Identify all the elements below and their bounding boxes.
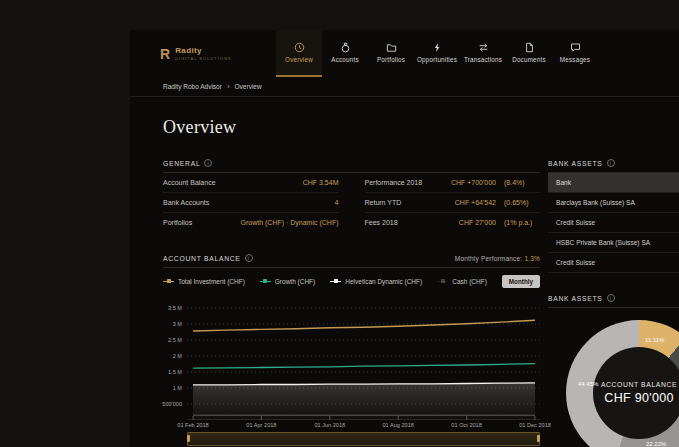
x-axis: 01 Feb 201801 Apr 201801 Jun 201801 Aug … [187, 420, 540, 430]
y-axis-label: 500'000 [162, 401, 182, 407]
y-axis-label: 2 M [173, 353, 182, 359]
legend-item-total-investment[interactable]: Total Investment (CHF) [163, 278, 245, 285]
line-chart-svg [187, 295, 540, 420]
monthly-performance-value: 1.3% [524, 255, 540, 262]
table-row: Portfolios Growth (CHF) · Dynamic (CHF) [163, 213, 339, 232]
legend-item-cash[interactable]: Cash (CHF) [437, 278, 487, 285]
general-left-column: Account Balance CHF 3.54M Bank Accounts … [163, 173, 339, 232]
x-axis-label: 01 Apr 2018 [246, 422, 276, 428]
breadcrumb-parent[interactable]: Radity Robo Advisor [163, 83, 222, 90]
legend-label: Total Investment (CHF) [178, 278, 245, 285]
chart-legend: Total Investment (CHF) Growth (CHF) Helv… [163, 268, 540, 294]
chart-series-line [193, 364, 535, 369]
general-table: Account Balance CHF 3.54M Bank Accounts … [163, 173, 540, 232]
table-row: Return YTD CHF +64'542 (0.65%) [365, 193, 541, 213]
row-percent: (0.65%) [504, 199, 540, 206]
legend-marker [163, 278, 174, 284]
row-label: Portfolios [163, 219, 241, 226]
folder-icon [386, 42, 397, 53]
legend-marker [437, 278, 448, 284]
screen: R Radity DIGITAL SOLUTIONS Overview Acco… [0, 0, 679, 447]
bank-row[interactable]: HSBC Private Bank (Suisse) SA [548, 233, 679, 253]
moneybag-icon [340, 42, 351, 53]
logo-tagline: DIGITAL SOLUTIONS [175, 56, 231, 61]
legend-item-growth[interactable]: Growth (CHF) [260, 278, 315, 285]
bank-column-header: Bank [548, 173, 679, 193]
y-axis-label: 3.5 M [168, 305, 182, 311]
legend-label: Helvetican Dynamic (CHF) [345, 278, 422, 285]
info-icon[interactable] [607, 159, 615, 167]
table-row: Bank Accounts 4 [163, 193, 339, 213]
bank-assets-list-section: BANK ASSETS Bank Barclays Bank (Suisse) … [548, 159, 679, 273]
bank-row[interactable]: Barclays Bank (Suisse) SA [548, 193, 679, 213]
period-selector-button[interactable]: Monthly [502, 275, 540, 288]
x-axis-label: 01 Dec 2018 [519, 422, 551, 428]
chat-bubble-icon [570, 42, 581, 53]
bank-assets-title: BANK ASSETS [548, 160, 603, 167]
tab-label: Transactions [464, 56, 502, 63]
bank-row[interactable]: Credit Suisse [548, 253, 679, 273]
y-axis: 3.5 M3 M2.5 M2 M1.5 M1 M500'000 [163, 295, 187, 420]
bank-assets-chart-header: BANK ASSETS [548, 294, 679, 308]
table-row: Fees 2018 CHF 27'000 (1% p.a.) [365, 213, 541, 232]
tab-accounts[interactable]: Accounts [322, 30, 368, 77]
row-value: CHF 3.54M [303, 179, 339, 186]
row-value: CHF 27'000 [459, 219, 496, 226]
tab-opportunities[interactable]: Opportunities [414, 30, 460, 77]
tab-label: Messages [560, 56, 590, 63]
slice-label: 22.22% [646, 441, 666, 447]
x-axis-label: 01 Oct 2018 [451, 422, 481, 428]
chart-plot-area[interactable] [187, 295, 540, 420]
info-icon[interactable] [607, 294, 615, 302]
bank-assets-header: BANK ASSETS [548, 159, 679, 173]
general-section: GENERAL Account Balance CHF 3.54M Bank A… [163, 159, 540, 232]
account-balance-header: ACCOUNT BALANCE Monthly Performance: 1.3… [163, 254, 540, 268]
donut-center-value: CHF 90'000 [604, 391, 673, 405]
bank-row[interactable]: Credit Suisse [548, 213, 679, 233]
tab-portfolios[interactable]: Portfolios [368, 30, 414, 77]
row-percent: (8.4%) [504, 179, 540, 186]
general-section-title: GENERAL [163, 160, 200, 167]
row-value: CHF +64'542 [455, 199, 496, 206]
app-window: R Radity DIGITAL SOLUTIONS Overview Acco… [130, 30, 679, 447]
bank-assets-chart-title: BANK ASSETS [548, 295, 603, 302]
legend-marker [260, 278, 271, 284]
time-range-brush[interactable] [187, 432, 540, 446]
radity-logo: R Radity DIGITAL SOLUTIONS [160, 30, 276, 77]
content: GENERAL Account Balance CHF 3.54M Bank A… [163, 159, 679, 447]
y-axis-label: 2.5 M [168, 337, 182, 343]
tab-messages[interactable]: Messages [552, 30, 598, 77]
row-percent: (1% p.a.) [504, 219, 540, 226]
tab-transactions[interactable]: Transactions [460, 30, 506, 77]
line-chart: 3.5 M3 M2.5 M2 M1.5 M1 M500'000 [163, 295, 540, 420]
monthly-performance-label: Monthly Performance: [455, 255, 523, 262]
table-row: Performance 2018 CHF +700'000 (8.4%) [365, 173, 541, 193]
nav-tabs: Overview Accounts Portfolios Opportuniti… [276, 30, 598, 77]
lightning-icon [432, 42, 443, 53]
info-icon[interactable] [204, 159, 212, 167]
info-icon[interactable] [245, 254, 253, 262]
donut-center-label: ACCOUNT BALANCE [601, 381, 677, 388]
x-axis-label: 01 Feb 2018 [177, 422, 208, 428]
legend-item-helvetican-dynamic[interactable]: Helvetican Dynamic (CHF) [330, 278, 422, 285]
row-label: Account Balance [163, 179, 303, 186]
legend-marker [330, 278, 341, 284]
y-axis-label: 1 M [173, 385, 182, 391]
chevron-right-icon: › [227, 83, 230, 91]
breadcrumb-current: Overview [235, 83, 262, 90]
slice-label: 11.11% [645, 337, 664, 343]
monthly-performance: Monthly Performance: 1.3% [455, 255, 540, 262]
x-axis-label: 01 Aug 2018 [382, 422, 413, 428]
row-label: Performance 2018 [365, 179, 451, 186]
transfer-arrows-icon [478, 42, 489, 53]
donut-center: ACCOUNT BALANCE CHF 90'000 [593, 347, 679, 439]
main-column: GENERAL Account Balance CHF 3.54M Bank A… [163, 159, 540, 447]
top-navigation-bar: R Radity DIGITAL SOLUTIONS Overview Acco… [130, 30, 679, 77]
donut-chart: ACCOUNT BALANCE CHF 90'000 11.11% 22.22%… [566, 320, 679, 447]
tab-overview[interactable]: Overview [276, 30, 322, 77]
tab-documents[interactable]: Documents [506, 30, 552, 77]
row-label: Return YTD [365, 199, 455, 206]
legend-label: Cash (CHF) [452, 278, 487, 285]
row-value: CHF +700'000 [451, 179, 496, 186]
sidebar: BANK ASSETS Bank Barclays Bank (Suisse) … [548, 159, 679, 447]
